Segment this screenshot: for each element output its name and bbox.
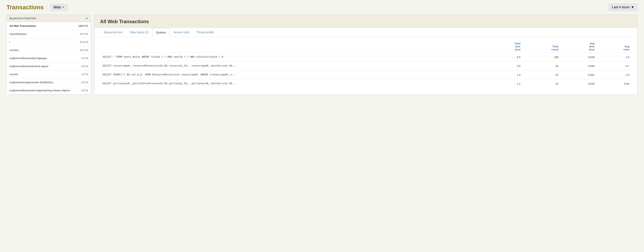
- transaction-percent: 1.0 %: [81, 73, 88, 76]
- transaction-name: /: [10, 41, 78, 44]
- transaction-name: /o/glowroot/backend/jvm/gauges: [10, 57, 80, 60]
- total-time: 1.3: [484, 71, 523, 79]
- transaction-list: All Web Transactions 100.0 % /c/portal/l…: [7, 22, 91, 95]
- transaction-name: /c/portal/layout: [10, 33, 78, 36]
- main-content: By percent of total time ▼ All Web Trans…: [0, 15, 644, 101]
- total-time: 1.1: [484, 79, 523, 88]
- page-title: Transactions: [6, 4, 44, 11]
- left-panel: By percent of total time ▼ All Web Trans…: [6, 15, 91, 95]
- transaction-percent: 0.8 %: [81, 89, 88, 92]
- table-row: SELECT resourcepe0_.resourcePermissionId…: [100, 62, 632, 71]
- right-panel: All Web Transactions Response timeSlow t…: [94, 15, 638, 95]
- query-text: SELECT portletpre0_.portletPreferencesId…: [100, 79, 484, 88]
- transaction-name: /o/glowroot/backend/check-layout: [10, 65, 80, 68]
- total-count: 168: [523, 53, 561, 62]
- query-text: SELECT * FROM Users_Roles WHERE roleId =…: [100, 53, 484, 62]
- query-text: SELECT resourcepe0_.resourcePermissionId…: [100, 62, 484, 71]
- col-header-avg-rows: Avgrows: [597, 40, 632, 53]
- sort-chevron-icon: ▼: [86, 17, 88, 20]
- total-time: 6.5: [484, 53, 523, 62]
- avg-rows: 1.0: [597, 53, 632, 62]
- time-chevron-icon: ▼: [631, 6, 634, 9]
- transaction-percent: 41.5 %: [80, 33, 88, 36]
- transaction-item[interactable]: /combo/ 15.5 %: [7, 46, 91, 54]
- transaction-item[interactable]: All Web Transactions 100.0 %: [7, 22, 91, 30]
- time-range-label: Last 4 hours: [612, 6, 630, 9]
- web-chevron-icon: ▼: [62, 6, 64, 9]
- queries-table: Totaltime↓ (ms) Totalcount Avgtime(ms) A…: [100, 40, 632, 88]
- transaction-item[interactable]: /c/portal/layout 41.5 %: [7, 30, 91, 38]
- avg-rows: 1.0: [597, 71, 632, 79]
- queries-section: Totaltime↓ (ms) Totalcount Avgtime(ms) A…: [94, 37, 637, 91]
- transaction-item[interactable]: /o/glowroot/backend/config/matching-mbea…: [7, 87, 91, 95]
- transaction-percent: 3.4 %: [81, 57, 88, 60]
- total-count: 37: [523, 79, 561, 88]
- avg-time: 0.093: [561, 62, 597, 71]
- avg-rows: 0.03: [597, 79, 632, 88]
- avg-time: 0.061: [561, 71, 597, 79]
- transaction-item[interactable]: /combo 1.0 %: [7, 70, 91, 78]
- table-row: SELECT COUNT(*) AS col_0_0_ FROM Resourc…: [100, 71, 632, 79]
- sort-dropdown[interactable]: By percent of total time ▼: [7, 15, 91, 22]
- total-time: 3.0: [484, 62, 523, 71]
- total-count: 22: [523, 71, 561, 79]
- tabs-bar: Response timeSlow traces (1)QueriesServi…: [94, 28, 637, 37]
- transaction-name: /o/glowroot/scripts/vendor.92d48cf8.js: [10, 81, 80, 84]
- transaction-item[interactable]: /o/glowroot/scripts/vendor.92d48cf8.js 0…: [7, 78, 91, 87]
- transaction-item[interactable]: /o/glowroot/backend/jvm/gauges 3.4 %: [7, 54, 91, 62]
- time-range-dropdown[interactable]: Last 4 hours ▼: [608, 4, 638, 11]
- col-header-total-count: Totalcount: [523, 40, 561, 53]
- transaction-percent: 15.5 %: [80, 49, 88, 52]
- top-left: Transactions Web ▼: [6, 4, 68, 11]
- web-dropdown[interactable]: Web ▼: [50, 4, 68, 11]
- web-label: Web: [53, 5, 61, 10]
- tab-queries[interactable]: Queries: [152, 28, 170, 37]
- sort-label: By percent of total time: [10, 17, 36, 20]
- transaction-name: /combo/: [10, 49, 78, 52]
- table-row: SELECT portletpre0_.portletPreferencesId…: [100, 79, 632, 88]
- right-panel-title: All Web Transactions: [100, 19, 632, 24]
- transaction-percent: 27.8 %: [80, 41, 88, 44]
- avg-rows: 0.7: [597, 62, 632, 71]
- right-panel-header: All Web Transactions: [94, 15, 637, 28]
- col-header-avg-time: Avgtime(ms): [561, 40, 597, 53]
- table-row: SELECT * FROM Users_Roles WHERE roleId =…: [100, 53, 632, 62]
- transaction-percent: 2.6 %: [81, 65, 88, 68]
- avg-time: 0.029: [561, 79, 597, 88]
- transaction-name: /combo: [10, 73, 80, 76]
- transaction-name: All Web Transactions: [10, 24, 77, 28]
- col-header-total-time: Totaltime↓ (ms): [484, 40, 523, 53]
- total-count: 32: [523, 62, 561, 71]
- tab-thread-profile[interactable]: Thread profile: [193, 28, 217, 37]
- avg-time: 0.039: [561, 53, 597, 62]
- query-text: SELECT COUNT(*) AS col_0_0_ FROM Resourc…: [100, 71, 484, 79]
- col-header-query: [100, 40, 484, 53]
- tab-slow-traces-1[interactable]: Slow traces (1): [126, 28, 152, 37]
- transaction-percent: 0.9 %: [81, 81, 88, 84]
- transaction-name: /o/glowroot/backend/config/matching-mbea…: [10, 89, 80, 92]
- tab-response-time[interactable]: Response time: [100, 28, 126, 37]
- tab-service-calls[interactable]: Service calls: [170, 28, 193, 37]
- top-bar: Transactions Web ▼ Last 4 hours ▼: [0, 0, 644, 15]
- transaction-percent: 100.0 %: [78, 24, 88, 28]
- transaction-item[interactable]: / 27.8 %: [7, 38, 91, 46]
- transaction-item[interactable]: /o/glowroot/backend/check-layout 2.6 %: [7, 62, 91, 70]
